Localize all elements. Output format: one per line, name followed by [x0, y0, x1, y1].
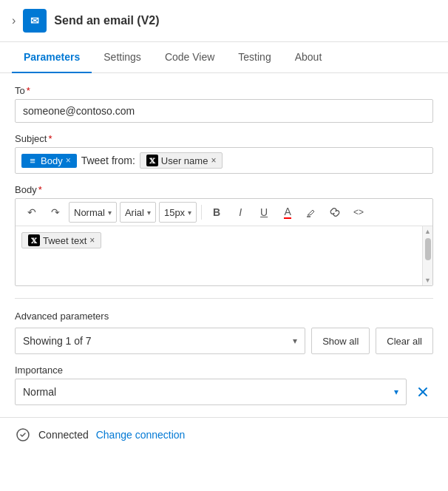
importance-dropdown[interactable]: Normal ▾ [15, 379, 407, 405]
app-icon: ✉ [23, 9, 47, 33]
top-bar: › ✉ Send an email (V2) [0, 0, 448, 42]
tweet-tag-x-icon: 𝕏 [28, 234, 40, 246]
body-tweet-tag-close[interactable]: × [89, 235, 95, 246]
subject-label: Subject* [15, 133, 433, 144]
subject-static-text: Tweet from: [81, 155, 135, 166]
fontsize-dropdown-chevron: ▾ [188, 209, 191, 217]
page-title: Send an email (V2) [54, 14, 159, 27]
clear-all-button[interactable]: Clear all [376, 328, 433, 354]
italic-button[interactable]: I [230, 202, 251, 223]
to-input[interactable] [15, 99, 433, 123]
bottom-bar: Connected Change connection [0, 417, 448, 452]
font-dropdown[interactable]: Arial ▾ [120, 202, 156, 223]
subject-field-group: Subject* ≡ Body × Tweet from: 𝕏 User nam… [15, 133, 433, 174]
tab-about[interactable]: About [283, 42, 334, 73]
section-divider [15, 298, 433, 299]
font-color-button[interactable]: A [277, 202, 298, 223]
bold-button[interactable]: B [206, 202, 227, 223]
scroll-up-arrow[interactable]: ▲ [424, 228, 431, 235]
subject-body-tag[interactable]: ≡ Body × [21, 154, 77, 168]
redo-button[interactable]: ↷ [45, 202, 66, 223]
format-dropdown-chevron: ▾ [108, 209, 112, 217]
importance-clear-button[interactable] [413, 382, 433, 402]
to-label: To* [15, 85, 433, 96]
font-dropdown-chevron: ▾ [147, 209, 151, 217]
body-editor: ↶ ↷ Normal ▾ Arial ▾ 15px ▾ B I U [15, 198, 433, 286]
twitter-x-icon: 𝕏 [146, 155, 158, 166]
tab-settings[interactable]: Settings [92, 42, 153, 73]
subject-input[interactable]: ≡ Body × Tweet from: 𝕏 User name × [15, 147, 433, 174]
tab-code-view[interactable]: Code View [153, 42, 226, 73]
scroll-down-arrow[interactable]: ▼ [424, 277, 431, 284]
editor-scrollbar[interactable]: ▲ ▼ [422, 226, 432, 285]
advanced-dropdown-chevron: ▾ [293, 336, 297, 346]
advanced-section: Advanced parameters Showing 1 of 7 ▾ Sho… [15, 311, 433, 405]
back-button[interactable]: › [12, 14, 16, 27]
scrollbar-thumb[interactable] [425, 238, 431, 260]
subject-username-tag-close[interactable]: × [211, 155, 216, 166]
tab-parameters[interactable]: Parameters [12, 42, 92, 73]
change-connection-link[interactable]: Change connection [96, 429, 186, 441]
format-dropdown[interactable]: Normal ▾ [69, 202, 117, 223]
advanced-params-dropdown[interactable]: Showing 1 of 7 ▾ [15, 328, 305, 354]
undo-button[interactable]: ↶ [21, 202, 42, 223]
body-label: Body* [15, 184, 433, 195]
subject-body-tag-close[interactable]: × [66, 155, 71, 166]
connected-icon [15, 427, 31, 443]
subject-username-tag[interactable]: 𝕏 User name × [140, 152, 223, 169]
importance-input-row: Normal ▾ [15, 379, 433, 405]
importance-label: Importance [15, 365, 433, 376]
main-content: To* Subject* ≡ Body × Tweet from: 𝕏 User… [0, 73, 448, 417]
tabs-bar: Parameters Settings Code View Testing Ab… [0, 42, 448, 73]
advanced-controls: Showing 1 of 7 ▾ Show all Clear all [15, 328, 433, 354]
body-tweet-tag[interactable]: 𝕏 Tweet text × [21, 232, 101, 248]
editor-content[interactable]: 𝕏 Tweet text × ▲ ▼ [16, 226, 432, 285]
body-tag-icon: ≡ [27, 155, 38, 166]
connected-label: Connected [38, 429, 89, 441]
importance-dropdown-chevron: ▾ [394, 387, 398, 397]
importance-field-group: Importance Normal ▾ [15, 365, 433, 405]
body-field-group: Body* ↶ ↷ Normal ▾ Arial ▾ 15px ▾ [15, 184, 433, 286]
link-button[interactable] [325, 202, 345, 223]
code-button[interactable]: <> [348, 202, 369, 223]
show-all-button[interactable]: Show all [311, 328, 370, 354]
underline-button[interactable]: U [254, 202, 274, 223]
fontsize-dropdown[interactable]: 15px ▾ [159, 202, 197, 223]
editor-toolbar: ↶ ↷ Normal ▾ Arial ▾ 15px ▾ B I U [16, 199, 432, 226]
to-field-group: To* [15, 85, 433, 123]
highlight-button[interactable] [301, 202, 322, 223]
tab-testing[interactable]: Testing [226, 42, 282, 73]
advanced-header: Advanced parameters [15, 311, 433, 322]
toolbar-divider-1 [201, 205, 202, 220]
